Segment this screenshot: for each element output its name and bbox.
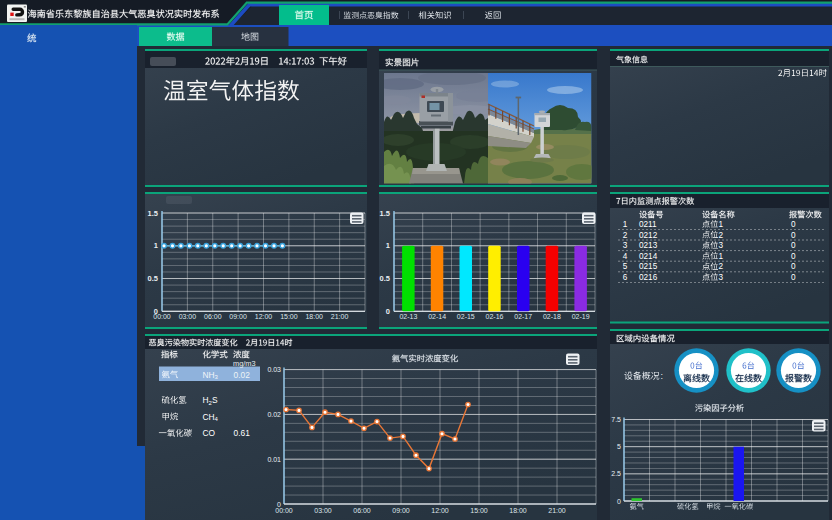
svg-text:1: 1 — [623, 220, 628, 229]
svg-text:0216: 0216 — [639, 273, 658, 282]
svg-text:0: 0 — [791, 252, 796, 261]
svg-text:CO: CO — [203, 428, 216, 438]
svg-text:15:00: 15:00 — [280, 313, 298, 320]
svg-text:5: 5 — [617, 443, 621, 450]
svg-text:18:00: 18:00 — [305, 313, 323, 320]
svg-text:2: 2 — [623, 231, 628, 240]
svg-text:02-16: 02-16 — [486, 313, 504, 320]
svg-text:0211: 0211 — [639, 220, 657, 229]
svg-text:0.03: 0.03 — [267, 366, 281, 373]
svg-text:1: 1 — [154, 241, 158, 250]
svg-text:02-19: 02-19 — [572, 313, 590, 320]
svg-text:2.5: 2.5 — [611, 470, 621, 477]
svg-text:3: 3 — [719, 273, 724, 282]
svg-text::: : — [661, 371, 663, 381]
svg-text:3: 3 — [719, 241, 724, 250]
svg-text:mg/m3: mg/m3 — [233, 359, 256, 368]
svg-text:0213: 0213 — [639, 241, 658, 250]
svg-text:2: 2 — [719, 262, 724, 271]
svg-text:0.5: 0.5 — [380, 274, 390, 283]
svg-text:09:00: 09:00 — [229, 313, 247, 320]
svg-text:1: 1 — [719, 220, 724, 229]
svg-text:0: 0 — [791, 220, 796, 229]
svg-text:02-14: 02-14 — [428, 313, 446, 320]
svg-text:0.5: 0.5 — [148, 274, 158, 283]
svg-text:2: 2 — [719, 231, 724, 240]
svg-text:3: 3 — [623, 241, 628, 250]
svg-text:18:00: 18:00 — [509, 507, 527, 514]
svg-text:0215: 0215 — [639, 262, 658, 271]
svg-text:12:00: 12:00 — [431, 507, 449, 514]
svg-text:0.02: 0.02 — [267, 411, 281, 418]
svg-text:0: 0 — [791, 241, 796, 250]
svg-text:12:00: 12:00 — [255, 313, 273, 320]
svg-text:1.5: 1.5 — [148, 209, 158, 218]
svg-text:0.61: 0.61 — [234, 428, 251, 438]
svg-text:7.5: 7.5 — [611, 416, 621, 423]
svg-text:06:00: 06:00 — [204, 313, 222, 320]
svg-text:00:00: 00:00 — [275, 507, 293, 514]
svg-text:0: 0 — [617, 498, 621, 505]
svg-text:02-13: 02-13 — [399, 313, 417, 320]
svg-text:02-17: 02-17 — [514, 313, 532, 320]
svg-text:1.5: 1.5 — [380, 209, 390, 218]
svg-text:0.02: 0.02 — [234, 370, 251, 380]
svg-text:02-15: 02-15 — [457, 313, 475, 320]
svg-text:0: 0 — [791, 273, 796, 282]
svg-text:09:00: 09:00 — [392, 507, 410, 514]
svg-text:03:00: 03:00 — [179, 313, 197, 320]
svg-text:0214: 0214 — [639, 252, 658, 261]
svg-text:03:00: 03:00 — [314, 507, 332, 514]
svg-text:1: 1 — [386, 241, 390, 250]
svg-text:0212: 0212 — [639, 231, 658, 240]
svg-text:4: 4 — [623, 252, 628, 261]
svg-text:15:00: 15:00 — [470, 507, 488, 514]
svg-text:00:00: 00:00 — [153, 313, 171, 320]
svg-text:0.01: 0.01 — [267, 456, 281, 463]
svg-text:21:00: 21:00 — [331, 313, 349, 320]
svg-text:6: 6 — [623, 273, 628, 282]
svg-text:0: 0 — [791, 262, 796, 271]
svg-text:1: 1 — [719, 252, 724, 261]
svg-text:0: 0 — [791, 231, 796, 240]
svg-text:0: 0 — [386, 307, 390, 316]
svg-text:06:00: 06:00 — [353, 507, 371, 514]
svg-text:5: 5 — [623, 262, 628, 271]
svg-text:02-18: 02-18 — [543, 313, 561, 320]
svg-text:21:00: 21:00 — [548, 507, 566, 514]
